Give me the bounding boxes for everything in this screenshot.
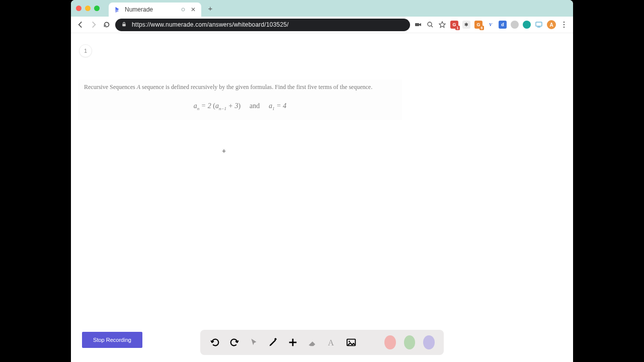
- select-tool-button[interactable]: [248, 335, 260, 349]
- stop-recording-button[interactable]: Stop Recording: [82, 332, 142, 348]
- tab-numerade[interactable]: Numerade ✕: [109, 3, 201, 17]
- fm-eq2: = 2: [201, 102, 213, 110]
- kebab-menu-icon[interactable]: [560, 21, 568, 29]
- fm-a1: a: [194, 102, 197, 110]
- url-input[interactable]: https://www.numerade.com/answers/whitebo…: [115, 19, 410, 31]
- crosshair-cursor-icon: +: [222, 147, 226, 155]
- svg-point-2: [182, 8, 185, 11]
- window-maximize-button[interactable]: [94, 6, 100, 11]
- forward-button[interactable]: [89, 20, 98, 29]
- image-tool-button[interactable]: [346, 335, 357, 349]
- page-bubble[interactable]: 1: [79, 44, 92, 57]
- extension-v-icon[interactable]: V: [487, 21, 495, 29]
- browser-window: Numerade ✕ + https:: [71, 0, 573, 362]
- svg-text:A: A: [328, 338, 334, 347]
- svg-rect-4: [415, 23, 419, 26]
- fm-sub-n: n: [197, 106, 200, 111]
- traffic-lights: [76, 6, 100, 11]
- whiteboard-toolbar: A: [200, 330, 444, 355]
- problem-prefix: Recursive Sequences: [84, 83, 137, 90]
- color-purple-button[interactable]: [423, 335, 435, 349]
- extension-g2-icon[interactable]: G 6: [474, 21, 482, 29]
- problem-formula: an = 2 (an−1 + 3)anda1 = 4: [84, 102, 396, 111]
- problem-italic-a: A: [137, 83, 140, 90]
- redo-button[interactable]: [229, 335, 240, 349]
- svg-point-13: [564, 27, 565, 28]
- svg-rect-3: [122, 24, 125, 26]
- text-tool-button[interactable]: A: [326, 335, 338, 349]
- zoom-icon[interactable]: [426, 21, 434, 29]
- fm-eq4: = 4: [275, 102, 286, 110]
- display-icon[interactable]: [535, 21, 543, 29]
- video-icon[interactable]: [414, 21, 422, 29]
- problem-card: Recursive Sequences A sequence is define…: [78, 79, 402, 120]
- svg-point-6: [428, 22, 432, 26]
- bookmark-star-icon[interactable]: [438, 21, 446, 29]
- reload-button[interactable]: [102, 20, 111, 29]
- extension-g-badge: 1: [455, 26, 460, 30]
- titlebar: Numerade ✕ +: [71, 0, 573, 17]
- fm-plus3: + 3: [226, 102, 238, 110]
- color-black-button[interactable]: [365, 335, 376, 349]
- new-tab-button[interactable]: +: [206, 5, 214, 13]
- tab-title: Numerade: [125, 6, 176, 13]
- svg-point-19: [349, 341, 350, 342]
- problem-text: Recursive Sequences A sequence is define…: [84, 83, 396, 91]
- fm-a2: a: [215, 102, 219, 110]
- tab-favicon-icon: [114, 6, 121, 13]
- profile-avatar[interactable]: A: [547, 20, 556, 29]
- tab-activity-icon: [180, 7, 186, 13]
- svg-rect-9: [536, 22, 542, 26]
- svg-marker-8: [439, 22, 445, 28]
- undo-button[interactable]: [209, 335, 221, 349]
- addressbar: https://www.numerade.com/answers/whitebo…: [71, 17, 573, 33]
- fm-and: and: [240, 102, 269, 110]
- eraser-tool-button[interactable]: [306, 335, 318, 349]
- extension-teal-icon[interactable]: [523, 21, 531, 29]
- fm-sub-nm1: n−1: [219, 106, 226, 111]
- add-tool-button[interactable]: [287, 335, 299, 349]
- extension-g2-badge: 6: [479, 26, 484, 30]
- svg-point-12: [564, 24, 565, 25]
- extension-d-icon[interactable]: d: [499, 21, 507, 29]
- problem-suffix: sequence is defined recursively by the g…: [140, 83, 372, 90]
- window-minimize-button[interactable]: [85, 6, 91, 11]
- svg-line-7: [431, 26, 433, 27]
- lock-icon: [121, 22, 127, 28]
- addressbar-right-icons: G 1 ✱ G 6 V d A: [414, 20, 568, 29]
- tab-close-button[interactable]: ✕: [190, 7, 196, 13]
- extension-circle-icon[interactable]: [511, 21, 519, 29]
- svg-point-11: [564, 22, 565, 23]
- back-button[interactable]: [76, 20, 85, 29]
- extension-asterisk-icon[interactable]: ✱: [462, 21, 470, 29]
- whiteboard-content: 1 Recursive Sequences A sequence is defi…: [71, 33, 573, 362]
- color-green-button[interactable]: [404, 335, 416, 349]
- color-pink-button[interactable]: [384, 335, 396, 349]
- pen-tool-button[interactable]: [268, 335, 279, 349]
- svg-marker-5: [419, 23, 421, 26]
- extension-g-icon[interactable]: G 1: [450, 21, 458, 29]
- window-close-button[interactable]: [76, 6, 82, 11]
- url-text: https://www.numerade.com/answers/whitebo…: [132, 21, 289, 28]
